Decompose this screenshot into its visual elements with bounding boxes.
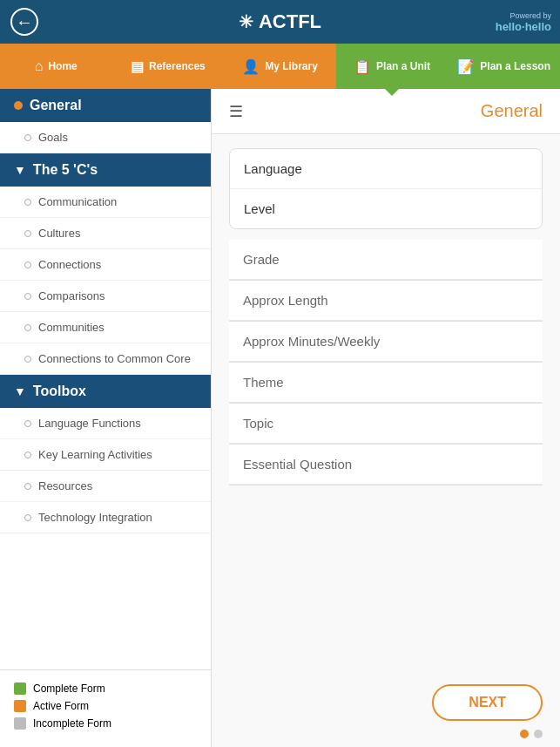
content-footer: NEXT [212,672,560,747]
cultures-dot [24,230,31,237]
chevron-down-icon: ▼ [14,163,26,177]
language-level-card: Language Level [229,148,543,229]
legend-complete: Complete Form [14,682,197,695]
library-icon: 👤 [242,58,260,75]
sidebar-item-comparisons-label: Comparisons [38,289,105,302]
legend-active-label: Active Form [33,700,89,712]
app-logo: ✳ ACTFL [239,10,321,33]
plan-unit-icon: 📋 [354,58,371,75]
approx-length-field[interactable]: Approx Length [229,281,543,321]
sidebar-item-comparisons[interactable]: Comparisons [0,281,211,312]
pagination-dot-2 [534,730,543,738]
sidebar-item-tech-integration[interactable]: Technology Integration [0,502,211,533]
essential-question-field[interactable]: Essential Question [229,445,543,485]
legend-complete-color [14,682,26,695]
tab-library[interactable]: 👤 My Library [224,44,336,89]
tab-references-label: References [149,60,206,72]
sidebar-item-goals[interactable]: Goals [0,122,211,153]
sidebar-item-communication-label: Communication [38,195,117,208]
sidebar-item-resources-label: Resources [38,479,92,492]
hamburger-menu[interactable]: ☰ [229,102,243,121]
comparisons-dot [24,293,31,300]
sidebar-item-communication[interactable]: Communication [0,187,211,218]
sidebar-item-communities-label: Communities [38,321,105,334]
grade-field[interactable]: Grade [229,240,543,280]
app-header: ← ✳ ACTFL Powered by hello·hello [0,0,560,44]
tab-plan-unit-label: Plan a Unit [376,60,430,72]
powered-by: Powered by hello·hello [496,11,551,33]
tech-dot [24,514,31,521]
lang-func-dot [24,420,31,427]
common-core-dot [24,356,31,363]
brand-name: hello·hello [496,20,551,33]
communities-dot [24,324,31,331]
references-icon: ▤ [131,58,144,75]
main-layout: General Goals ▼ The 5 'C's Communication… [0,89,560,747]
sidebar-item-tech-integration-label: Technology Integration [38,511,152,524]
approx-minutes-field[interactable]: Approx Minutes/Weekly [229,322,543,362]
level-field[interactable]: Level [230,189,542,228]
home-icon: ⌂ [35,58,44,74]
snowflake-icon: ✳ [239,11,253,32]
sidebar-item-language-functions-label: Language Functions [38,417,141,430]
sidebar-section-toolbox-label: Toolbox [33,384,86,399]
theme-field[interactable]: Theme [229,363,543,403]
communication-dot [24,199,31,206]
content-area: ☰ General Language Level Grade Approx Le… [212,89,560,747]
tab-library-label: My Library [265,60,318,72]
connections-dot [24,261,31,268]
sidebar-item-cultures-label: Cultures [38,227,80,240]
pagination-dots [520,730,543,738]
toolbox-chevron-icon: ▼ [14,384,26,398]
sidebar: General Goals ▼ The 5 'C's Communication… [0,89,212,747]
legend-incomplete: Incomplete Form [14,717,197,730]
sidebar-section-five-cs[interactable]: ▼ The 5 'C's [0,153,211,187]
sidebar-item-common-core-label: Connections to Common Core [38,352,191,365]
back-icon: ← [16,12,33,32]
tab-plan-lesson-label: Plan a Lesson [480,60,550,72]
sidebar-item-cultures[interactable]: Cultures [0,218,211,249]
tab-plan-unit[interactable]: 📋 Plan a Unit [336,44,449,89]
legend-incomplete-label: Incomplete Form [33,717,111,730]
next-button[interactable]: NEXT [432,684,543,721]
key-learning-dot [24,452,31,458]
sidebar-item-goals-label: Goals [38,131,68,144]
sidebar-item-connections[interactable]: Connections [0,249,211,281]
legend: Complete Form Active Form Incomplete For… [0,669,211,747]
legend-complete-label: Complete Form [33,682,105,695]
tab-home[interactable]: ⌂ Home [0,44,112,89]
legend-active: Active Form [14,700,197,712]
sidebar-item-key-learning-label: Key Learning Activities [38,448,152,461]
powered-by-label: Powered by [496,11,551,20]
sidebar-item-language-functions[interactable]: Language Functions [0,408,211,439]
legend-active-color [14,700,26,712]
tab-references[interactable]: ▤ References [112,44,225,89]
sidebar-section-five-cs-label: The 5 'C's [33,162,98,178]
sidebar-section-general-label: General [30,98,82,113]
sidebar-item-connections-label: Connections [38,258,101,271]
logo-text: ACTFL [259,10,321,33]
pagination-dot-1 [520,730,529,738]
legend-incomplete-color [14,717,26,730]
sidebar-item-resources[interactable]: Resources [0,471,211,502]
sidebar-section-general[interactable]: General [0,89,211,122]
resources-dot [24,483,31,490]
tab-home-label: Home [48,60,77,72]
general-dot [14,101,23,110]
sidebar-item-communities[interactable]: Communities [0,312,211,343]
plan-lesson-icon: 📝 [457,58,475,75]
goals-dot [24,134,31,141]
form-area: Language Level Grade Approx Length Appro… [212,134,560,672]
back-button[interactable]: ← [10,8,38,36]
sidebar-item-key-learning[interactable]: Key Learning Activities [0,439,211,471]
sidebar-item-common-core[interactable]: Connections to Common Core [0,343,211,375]
language-field[interactable]: Language [230,149,542,189]
tab-plan-lesson[interactable]: 📝 Plan a Lesson [448,44,560,89]
nav-tabs: ⌂ Home ▤ References 👤 My Library 📋 Plan … [0,44,560,89]
content-title: General [481,101,543,121]
topic-field[interactable]: Topic [229,404,543,444]
sidebar-section-toolbox[interactable]: ▼ Toolbox [0,375,211,408]
